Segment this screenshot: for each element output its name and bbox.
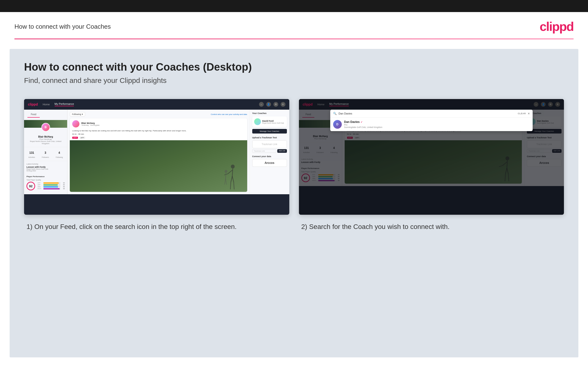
- post-avatar: [72, 120, 79, 128]
- post-author: Blair McHarg: [81, 122, 100, 124]
- search-bar: 🔍 Dan Davies CLEAR ×: [330, 110, 533, 118]
- tag-ott: OTT: [72, 137, 78, 139]
- perf-title: Player Performance: [26, 175, 65, 178]
- coach-avatar: [254, 118, 261, 125]
- post-duration: 01 hr : 30 min: [72, 133, 245, 135]
- following-row: Following ▾ Control who can see your act…: [70, 112, 247, 116]
- svg-line-4: [231, 176, 232, 182]
- left-screenshot-frame: clippd Home My Performance ⌕ 👤 ⚙ B: [24, 99, 289, 215]
- manage-coaches-btn[interactable]: Manage Your Coaches: [252, 129, 287, 134]
- svg-point-8: [225, 170, 228, 173]
- arccos-box: Arccos: [252, 159, 287, 167]
- result-avatar: D: [333, 120, 342, 129]
- left-app: clippd Home My Performance ⌕ 👤 ⚙ B: [24, 99, 289, 215]
- feed-main: Following ▾ Control who can see your act…: [67, 110, 250, 194]
- perf-row: 92 OTT 90 APP: [26, 182, 65, 190]
- latest-label: Latest Activity: [26, 163, 65, 165]
- followers-count: 3: [42, 151, 49, 155]
- coach-card: David Ford Royal North Devon Golf Club: [252, 116, 287, 127]
- right-app-bg: clippd Home My Performance ⌕ 👤 ⚙ B: [299, 99, 564, 215]
- score-bars: OTT 90 APP 85: [37, 182, 65, 190]
- svg-line-2: [228, 170, 232, 174]
- app-logo: clippd: [28, 102, 38, 106]
- search-result[interactable]: D Dan Davies ✓ Pro Sunningdale Golf Club…: [330, 118, 533, 131]
- app-body: Feed B Blair McHarg Plus Handicap Royal …: [24, 110, 289, 194]
- clippd-logo: clippd: [540, 19, 574, 34]
- search-icon[interactable]: ⌕: [259, 102, 264, 107]
- activities-label: Activities: [28, 156, 35, 158]
- stats-row: 131 Activities 3 Followers 4 Following: [24, 149, 67, 161]
- followers-label: Followers: [42, 156, 49, 158]
- upload-section: Upload a Trackman Test Trackman Link Tra…: [252, 136, 287, 153]
- feed-tab[interactable]: Feed: [27, 111, 40, 118]
- header-divider: [14, 38, 574, 39]
- clear-button[interactable]: CLEAR: [518, 112, 526, 115]
- post-header: Blair McHarg Yesterday · Sunningdale: [70, 118, 247, 129]
- stat-activities: 131 Activities: [28, 151, 35, 159]
- profile-area: Blair McHarg Plus Handicap Royal North D…: [24, 133, 67, 147]
- post-tags: OTT APP: [72, 137, 245, 139]
- activity-name: Lesson with Fordy: [26, 166, 65, 168]
- result-club: Sunningdale Golf Club, United Kingdom: [344, 126, 382, 129]
- result-role: Pro: [344, 124, 382, 126]
- footer: Copyright Clippd 2022: [0, 367, 588, 368]
- following-count: 4: [56, 151, 63, 155]
- stat-followers: 3 Followers: [42, 151, 49, 159]
- right-screenshot-col: clippd Home My Performance ⌕ 👤 ⚙ B: [299, 99, 564, 231]
- activities-count: 131: [28, 151, 35, 155]
- search-query[interactable]: Dan Davies: [339, 112, 516, 115]
- svg-point-0: [231, 165, 235, 168]
- close-icon[interactable]: ×: [528, 111, 530, 115]
- avatar-icon[interactable]: B: [281, 102, 285, 107]
- bar-putt: PUTT 96: [37, 188, 65, 189]
- right-panel: Your Coaches David Ford Royal North Devo…: [250, 110, 289, 194]
- profile-avatar: B: [41, 123, 50, 132]
- perf-total-label: Total Player Quality: [26, 179, 65, 181]
- app-nav: clippd Home My Performance ⌕ 👤 ⚙ B: [24, 99, 289, 110]
- top-bar: [0, 0, 588, 12]
- coaches-title: Your Coaches: [252, 112, 287, 114]
- svg-line-9: [226, 173, 226, 179]
- following-label: Following: [56, 156, 63, 158]
- bar-app: APP 85: [37, 184, 65, 185]
- post-card: Blair McHarg Yesterday · Sunningdale Loo…: [70, 118, 247, 192]
- performance-section: Player Performance Total Player Quality …: [24, 174, 67, 192]
- svg-line-7: [234, 182, 234, 189]
- left-caption: 1) On your Feed, click on the search ico…: [24, 215, 289, 231]
- latest-activity: Latest Activity Lesson with Fordy Royal …: [24, 161, 67, 174]
- left-screenshot-col: clippd Home My Performance ⌕ 👤 ⚙ B: [24, 99, 289, 231]
- coach-name: David Ford: [262, 120, 284, 122]
- main-heading: How to connect with your Coaches (Deskto…: [24, 61, 564, 73]
- following-button[interactable]: Following ▾: [70, 112, 85, 116]
- add-link-btn[interactable]: Add Link: [277, 149, 287, 153]
- search-magnifier-icon: 🔍: [333, 112, 337, 115]
- header: How to connect with your Coaches clippd: [0, 12, 588, 38]
- svg-line-1: [232, 168, 233, 176]
- screenshots-row: clippd Home My Performance ⌕ 👤 ⚙ B: [24, 99, 564, 231]
- post-image: [70, 140, 247, 192]
- profile-name: Blair McHarg: [26, 135, 65, 138]
- main-content: How to connect with your Coaches (Deskto…: [10, 49, 578, 357]
- bar-ott: OTT 90: [37, 182, 65, 184]
- result-name: Dan Davies ✓: [344, 120, 382, 124]
- connect-title: Connect your data: [252, 155, 287, 158]
- profile-handicap: Plus Handicap: [26, 138, 65, 140]
- post-body: Looking to feel like my hands are exitin…: [70, 129, 247, 140]
- feed-content: Following ▾ Control who can see your act…: [67, 110, 250, 194]
- settings-icon[interactable]: ⚙: [273, 102, 278, 107]
- trackman-input[interactable]: Trackman Link: [252, 149, 277, 153]
- post-meta: Yesterday · Sunningdale: [81, 124, 100, 126]
- main-subheading: Find, connect and share your Clippd insi…: [24, 76, 564, 85]
- nav-my-performance[interactable]: My Performance: [55, 102, 74, 106]
- bar-arg: ARG 86: [37, 186, 65, 187]
- golfer-svg: [221, 163, 240, 192]
- activity-club: Royal North Devon Golf Club: [26, 168, 65, 170]
- search-overlay[interactable]: 🔍 Dan Davies CLEAR × D Dan Davies ✓: [330, 110, 533, 131]
- right-screenshot-frame: clippd Home My Performance ⌕ 👤 ⚙ B: [299, 99, 564, 215]
- profile-icon[interactable]: 👤: [266, 102, 271, 107]
- svg-line-10: [225, 179, 226, 184]
- control-link[interactable]: Control who can see your activity and da…: [211, 113, 247, 115]
- svg-line-6: [230, 182, 231, 189]
- nav-home[interactable]: Home: [43, 103, 50, 106]
- activity-date: 03 Aug 2022: [26, 170, 65, 172]
